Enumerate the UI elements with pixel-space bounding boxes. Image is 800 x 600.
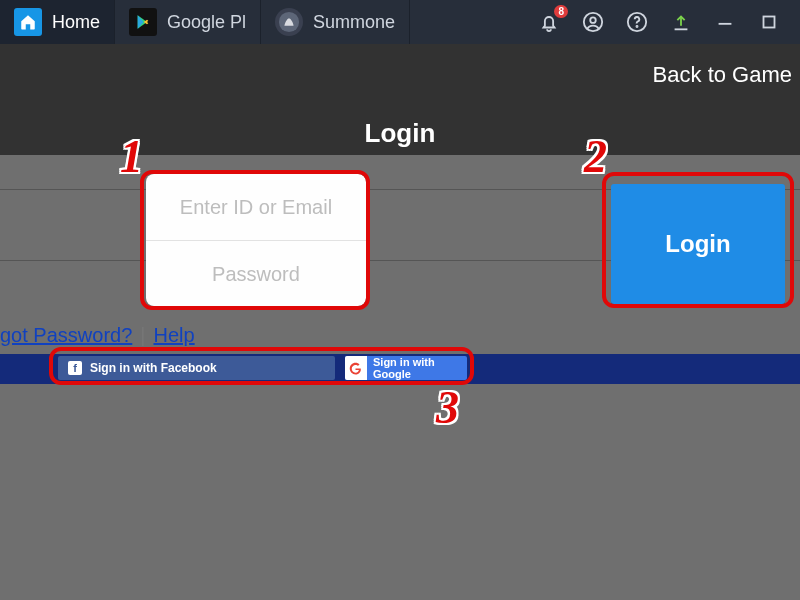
id-input[interactable]: Enter ID or Email bbox=[146, 174, 366, 240]
google-play-icon bbox=[129, 8, 157, 36]
forgot-password-link[interactable]: got Password? bbox=[0, 324, 132, 347]
login-button-label: Login bbox=[665, 230, 730, 258]
google-label: Sign in with Google bbox=[373, 356, 467, 380]
back-to-game-link[interactable]: Back to Game bbox=[653, 62, 792, 88]
tab-summoners[interactable]: Summone bbox=[261, 0, 410, 44]
tab-google-play-label: Google Pl bbox=[167, 12, 246, 33]
svg-point-4 bbox=[636, 26, 637, 27]
app-viewport: Back to Game Login Enter ID or Email Pas… bbox=[0, 44, 800, 600]
home-icon bbox=[14, 8, 42, 36]
tab-home-label: Home bbox=[52, 12, 100, 33]
password-placeholder: Password bbox=[212, 263, 300, 286]
svg-rect-5 bbox=[764, 17, 775, 28]
password-input[interactable]: Password bbox=[146, 241, 366, 307]
facebook-label: Sign in with Facebook bbox=[90, 361, 217, 375]
help-link[interactable]: Help bbox=[154, 324, 195, 347]
login-button[interactable]: Login bbox=[611, 184, 785, 304]
notification-badge: 8 bbox=[554, 5, 568, 18]
help-icon[interactable] bbox=[626, 11, 648, 33]
back-to-game-label: Back to Game bbox=[653, 62, 792, 87]
separator: | bbox=[140, 324, 145, 347]
titlebar: Home Google Pl Summone 8 bbox=[0, 0, 800, 44]
google-signin-button[interactable]: Sign in with Google bbox=[345, 356, 467, 380]
help-row: got Password? | Help bbox=[0, 320, 800, 350]
google-icon bbox=[345, 356, 367, 380]
facebook-signin-button[interactable]: f Sign in with Facebook bbox=[58, 356, 335, 380]
minimize-icon[interactable] bbox=[714, 11, 736, 33]
login-card: Enter ID or Email Password bbox=[146, 174, 366, 306]
upload-icon[interactable] bbox=[670, 11, 692, 33]
bell-icon[interactable]: 8 bbox=[538, 11, 560, 33]
svg-point-2 bbox=[590, 17, 596, 23]
summoners-icon bbox=[275, 8, 303, 36]
tab-summoners-label: Summone bbox=[313, 12, 395, 33]
maximize-icon[interactable] bbox=[758, 11, 780, 33]
account-icon[interactable] bbox=[582, 11, 604, 33]
tab-google-play[interactable]: Google Pl bbox=[115, 0, 261, 44]
tab-home[interactable]: Home bbox=[0, 0, 115, 44]
id-placeholder: Enter ID or Email bbox=[180, 196, 332, 219]
system-icons: 8 bbox=[538, 11, 800, 33]
facebook-icon: f bbox=[68, 361, 82, 375]
login-title: Login bbox=[0, 118, 800, 149]
